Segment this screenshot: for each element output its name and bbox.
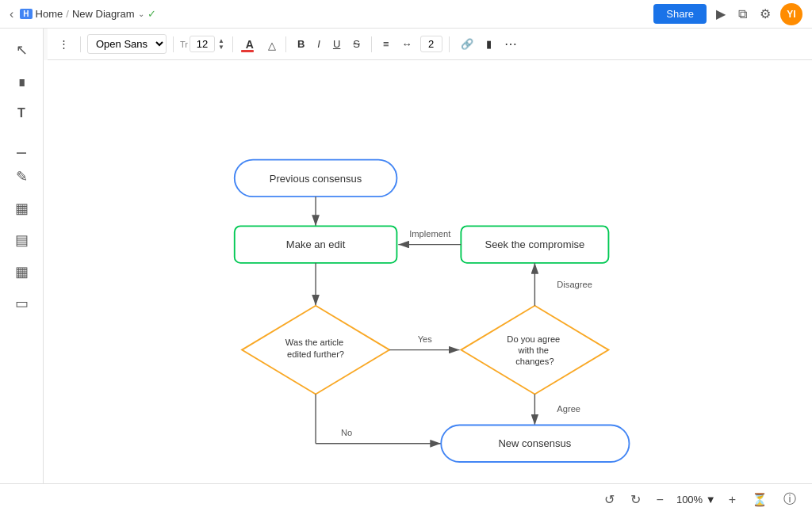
font-size-control: Tr ▲ ▼ — [180, 36, 226, 52]
header: ‹ H Home / New Diagram ⌄ ✓ Share ▶ ⧉ ⚙ Y… — [0, 0, 812, 29]
highlight-button[interactable]: △ — [263, 36, 279, 52]
font-color-swatch — [241, 50, 254, 52]
font-size-spinners: ▲ ▼ — [216, 38, 226, 51]
home-link[interactable]: Home — [36, 8, 63, 20]
new-consensus-label: New consensus — [498, 437, 571, 449]
disagree-label: Disagree — [557, 280, 592, 289]
yes-label: Yes — [418, 334, 433, 344]
more-options-button[interactable]: ⋯ — [500, 33, 522, 55]
toolbar-separator-6 — [449, 36, 450, 52]
image-insert-button[interactable]: ▮ — [481, 35, 496, 53]
zoom-out-button[interactable]: − — [650, 490, 670, 510]
header-right: Share ▶ ⧉ ⚙ YI — [653, 3, 802, 25]
toolbar-handle[interactable]: ⋮ — [54, 35, 74, 53]
help-button[interactable]: ⓘ — [777, 488, 802, 511]
font-family-selector[interactable]: Open Sans — [87, 34, 167, 54]
font-size-down[interactable]: ▼ — [216, 44, 226, 51]
font-color-icon: A — [246, 38, 254, 51]
font-size-label: Tr — [180, 40, 188, 49]
toolbar-separator-5 — [371, 36, 372, 52]
toolbar-separator-4 — [285, 36, 286, 52]
zoom-dropdown-arrow[interactable]: ▼ — [706, 494, 716, 505]
diagram-dropdown-arrow[interactable]: ⌄ — [138, 10, 144, 18]
header-left: ‹ H Home / New Diagram ⌄ ✓ — [10, 7, 156, 21]
align-button[interactable]: ≡ — [378, 35, 394, 53]
settings-button[interactable]: ⚙ — [756, 3, 774, 25]
breadcrumb: H Home / New Diagram ⌄ ✓ — [20, 8, 155, 20]
zoom-level[interactable]: 100% ▼ — [673, 494, 719, 505]
bold-button[interactable]: B — [293, 35, 309, 53]
image-tool[interactable]: ▭ — [6, 288, 36, 319]
present-button[interactable]: ▶ — [713, 3, 729, 25]
breadcrumb-separator: / — [66, 8, 69, 20]
user-avatar[interactable]: YI — [780, 3, 802, 25]
canvas[interactable]: Previous consensus Make an edit Seek the… — [44, 60, 812, 483]
toolbar-separator-1 — [80, 36, 81, 52]
spacing-button[interactable]: ↔ — [397, 35, 417, 53]
share-button[interactable]: Share — [653, 4, 707, 24]
pen-tool[interactable]: ✎ — [6, 162, 36, 192]
saved-indicator: ✓ — [147, 8, 156, 20]
undo-button[interactable]: ↺ — [598, 489, 621, 510]
app-icon: H — [20, 9, 32, 19]
no-label: No — [341, 428, 352, 437]
note-tool[interactable]: ▦ — [6, 257, 36, 287]
table-tool[interactable]: ▦ — [6, 193, 36, 223]
line-tool[interactable]: ⎯ — [6, 130, 36, 160]
select-tool[interactable]: ↖ — [6, 35, 36, 65]
spacing-input[interactable] — [420, 36, 442, 52]
bottom-bar: ↺ ↻ − 100% ▼ + ⏳ ⓘ — [0, 483, 812, 515]
previous-consensus-label: Previous consensus — [270, 173, 362, 185]
toolbar-separator-2 — [173, 36, 174, 52]
font-color-button[interactable]: A — [239, 36, 260, 52]
history-button[interactable]: ⏳ — [745, 489, 774, 510]
shapes-tool[interactable]: ∎ — [6, 67, 36, 97]
left-sidebar: ↖ ∎ T ⎯ ✎ ▦ ▤ ▦ ▭ — [0, 29, 44, 515]
text-tool[interactable]: T — [6, 98, 36, 128]
toolbar-separator-3 — [232, 36, 233, 52]
underline-button[interactable]: U — [328, 35, 345, 53]
chart-tool[interactable]: ▤ — [6, 225, 36, 255]
strikethrough-button[interactable]: S — [348, 35, 365, 53]
seek-compromise-label: Seek the compromise — [485, 238, 584, 250]
export-button[interactable]: ⧉ — [735, 4, 750, 25]
link-button[interactable]: 🔗 — [456, 35, 478, 53]
formatting-toolbar: ⋮ Open Sans Tr ▲ ▼ A △ B I U S ≡ ↔ 🔗 ▮ ⋯ — [48, 29, 812, 60]
diagram-svg: Previous consensus Make an edit Seek the… — [44, 60, 812, 483]
make-edit-label: Make an edit — [286, 238, 346, 250]
zoom-in-button[interactable]: + — [722, 490, 742, 510]
implement-label: Implement — [409, 229, 451, 238]
redo-button[interactable]: ↻ — [624, 489, 647, 510]
back-button[interactable]: ‹ — [10, 7, 13, 21]
italic-button[interactable]: I — [312, 35, 325, 53]
agree-label: Agree — [557, 404, 580, 414]
font-size-input[interactable] — [190, 36, 215, 52]
diagram-name[interactable]: New Diagram — [72, 8, 135, 20]
